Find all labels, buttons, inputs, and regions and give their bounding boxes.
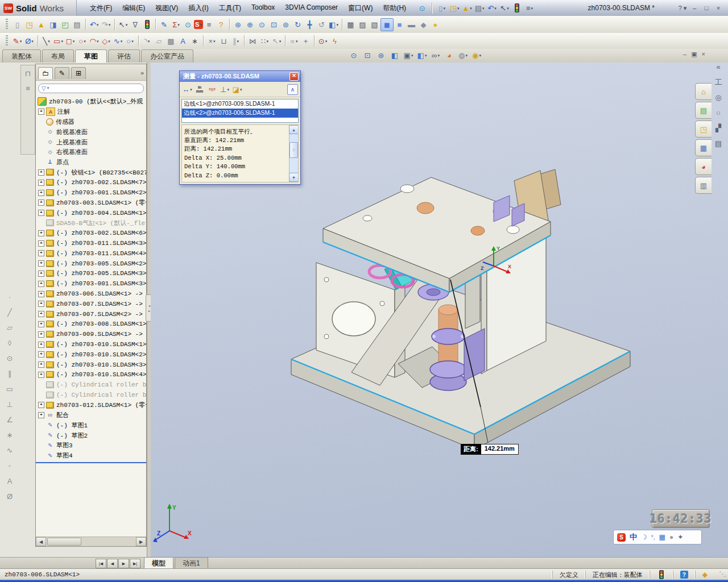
task-pane-tab-appearances-scenes[interactable]: ◕ xyxy=(695,158,712,175)
tree-item[interactable]: ✎(-) 草图2 xyxy=(36,430,146,440)
expand-icon[interactable]: + xyxy=(38,281,44,287)
menu-w[interactable]: 窗口(W) xyxy=(343,1,378,15)
zoom-area-icon[interactable]: ⊡ xyxy=(362,49,373,61)
dropdown-arrow-icon[interactable]: ▾ xyxy=(108,39,110,43)
tree-item[interactable]: ◇前视基准面 xyxy=(36,127,146,137)
tree-item[interactable]: ✎(-) 草图1 xyxy=(36,421,146,431)
zoom-fit-icon[interactable]: ⊙ xyxy=(256,19,268,31)
edit-appearance-icon[interactable]: ◕ xyxy=(444,49,455,61)
zoom-area-icon[interactable]: ⊡ xyxy=(268,19,280,31)
dropdown-arrow-icon[interactable]: ▾ xyxy=(325,39,328,43)
dropdown-arrow-icon[interactable]: ▾ xyxy=(61,39,63,43)
linear-pattern-icon[interactable]: ∷▾ xyxy=(259,35,271,47)
expand-icon[interactable]: + xyxy=(38,342,44,348)
child-minimize-button[interactable]: – xyxy=(683,51,686,58)
file-explorer-icon[interactable]: ◳ xyxy=(699,124,708,134)
dropdown-arrow-icon[interactable]: ▾ xyxy=(20,39,22,43)
command-tab[interactable]: 布局 xyxy=(42,49,74,63)
custom-properties-icon[interactable]: ▥ xyxy=(699,181,708,190)
measure-selection-item[interactable]: 边线<1>@zh0703-009.SLDASM-1 xyxy=(182,99,298,109)
wireframe-icon[interactable]: ▦ xyxy=(345,19,357,31)
status-quick-tip[interactable]: ? xyxy=(673,571,695,579)
tree-item[interactable]: ✎草图3 xyxy=(36,440,146,451)
dropdown-arrow-icon[interactable]: ▾ xyxy=(73,39,75,43)
tree-item[interactable]: +(-) zh0703-011.SLDASM<3>- xyxy=(36,238,146,248)
tree-filter-input[interactable]: ▽ ▾ xyxy=(38,84,144,93)
expand-icon[interactable]: + xyxy=(38,271,44,277)
expand-icon[interactable]: + xyxy=(38,260,44,267)
quick-snaps-icon[interactable]: ⊙▾ xyxy=(317,35,329,47)
select-icon[interactable]: ↖▾ xyxy=(499,3,510,13)
dropdown-arrow-icon[interactable]: ▾ xyxy=(443,6,445,10)
child-close-button[interactable]: × xyxy=(702,51,705,58)
plane-insert-icon[interactable]: ▱ xyxy=(153,35,165,47)
menu-toolbox[interactable]: Toolbox xyxy=(246,1,280,15)
hide-show-items-icon[interactable]: ∞▾ xyxy=(430,49,441,61)
detail-preview-icon[interactable]: ≡ xyxy=(23,84,32,93)
panel-overflow-chevron[interactable]: » xyxy=(140,69,144,76)
bottom-tab[interactable]: 模型 xyxy=(144,557,173,569)
dropdown-arrow-icon[interactable]: ▾ xyxy=(465,53,468,57)
view-orientation-icon[interactable]: ▣▾ xyxy=(403,49,414,61)
pan-icon[interactable]: ╋ xyxy=(304,19,316,31)
dropdown-arrow-icon[interactable]: ▾ xyxy=(531,6,533,10)
dropdown-arrow-icon[interactable]: ▾ xyxy=(148,39,150,43)
help-menu-button[interactable]: ? ▾ xyxy=(677,3,688,13)
filter-solid-bodies-icon[interactable]: ⊙ xyxy=(5,354,14,363)
dropdown-arrow-icon[interactable]: ▾ xyxy=(237,39,239,43)
magnify-icon[interactable]: ⊛ xyxy=(232,19,244,31)
arc-icon[interactable]: ◠▾ xyxy=(88,35,100,47)
tree-item[interactable]: +(-) zh0703-008.SLDASM<1>- xyxy=(36,319,146,330)
coordinate-system-icon[interactable]: ⊥▾ xyxy=(220,84,230,94)
dropdown-arrow-icon[interactable]: ▾ xyxy=(109,23,111,27)
toolbox-structural-icon[interactable]: ▞ xyxy=(713,123,723,133)
appearance-ball-icon[interactable]: ● xyxy=(429,19,441,31)
tree-root-item[interactable]: zh0703-00 (默认<<默认>_外观 xyxy=(36,97,146,107)
tree-item[interactable]: +(-) zh0703-010.SLDASM<4> xyxy=(36,370,146,380)
dropdown-arrow-icon[interactable]: ▾ xyxy=(266,39,268,43)
expand-icon[interactable]: + xyxy=(38,351,44,357)
punctuation-icon[interactable]: °, xyxy=(651,534,655,541)
interference-detection-icon[interactable] xyxy=(141,19,153,31)
sw-resources-home-icon[interactable]: ⌂ xyxy=(699,87,708,96)
expand-icon[interactable]: + xyxy=(38,199,44,206)
tree-item[interactable]: +(-) zh0703-005.SLDASM<3> xyxy=(36,269,146,279)
filter-axes-icon[interactable]: ∥ xyxy=(5,369,14,378)
magnify-icon[interactable]: ⊛ xyxy=(375,49,387,61)
view-settings-icon[interactable]: ◉▾ xyxy=(471,49,482,61)
selection-filter-icon[interactable]: ∇ xyxy=(129,19,141,31)
dropdown-arrow-icon[interactable]: ▾ xyxy=(126,23,128,27)
dropdown-arrow-icon[interactable]: ▾ xyxy=(240,88,242,92)
move-entities-icon[interactable]: ↖▾ xyxy=(271,35,283,47)
search-assistant-icon[interactable]: ⊙ xyxy=(182,19,194,31)
options-list-icon[interactable]: ≡▾ xyxy=(524,3,535,13)
line-icon[interactable]: ╲▾ xyxy=(40,35,52,47)
dropdown-arrow-icon[interactable]: ▾ xyxy=(482,6,485,10)
sogou-logo-icon[interactable]: S xyxy=(617,533,626,542)
search-assistant-icon[interactable]: ⊙ xyxy=(417,3,427,13)
next-frame-button[interactable]: ▶ xyxy=(118,559,129,568)
dropdown-arrow-icon[interactable]: ▾ xyxy=(457,6,460,10)
filter-annotations-icon[interactable]: A xyxy=(5,476,14,485)
tree-horizontal-scrollbar[interactable]: ◀ ▶ xyxy=(36,537,146,546)
collapse-chevron-icon[interactable]: « xyxy=(713,61,723,72)
tree-item[interactable]: 传感器 xyxy=(36,117,146,127)
new-document-icon[interactable]: ▯ xyxy=(11,19,23,31)
convert-entities-icon[interactable]: ⊔ xyxy=(218,35,230,47)
expand-icon[interactable]: + xyxy=(38,412,44,418)
polygon-icon[interactable]: ◇▾ xyxy=(100,35,112,47)
sketch-fillet-icon[interactable]: ◝▾ xyxy=(141,35,153,47)
hidden-lines-visible-icon[interactable]: ▨ xyxy=(357,19,369,31)
tree-item[interactable]: ◇上视基准面 xyxy=(36,137,146,147)
dropdown-arrow-icon[interactable]: ▾ xyxy=(121,39,123,43)
filter-surface-bodies-icon[interactable]: ◊ xyxy=(5,338,14,347)
smart-dimension-icon[interactable]: Ø▾ xyxy=(23,35,35,47)
quick-tip-icon[interactable]: ? xyxy=(680,571,688,579)
shadow-in-shaded-icon[interactable]: ▬ xyxy=(406,19,417,31)
expand-icon[interactable]: + xyxy=(38,301,44,307)
display-style-icon[interactable]: ◧▾ xyxy=(416,49,428,61)
filter-planes-icon[interactable]: ▭ xyxy=(5,384,14,393)
tree-item[interactable]: +(-) 铰链<1> (B02735<<B027 xyxy=(36,168,146,178)
expand-icon[interactable]: + xyxy=(38,240,44,247)
expand-icon[interactable]: + xyxy=(38,402,44,408)
